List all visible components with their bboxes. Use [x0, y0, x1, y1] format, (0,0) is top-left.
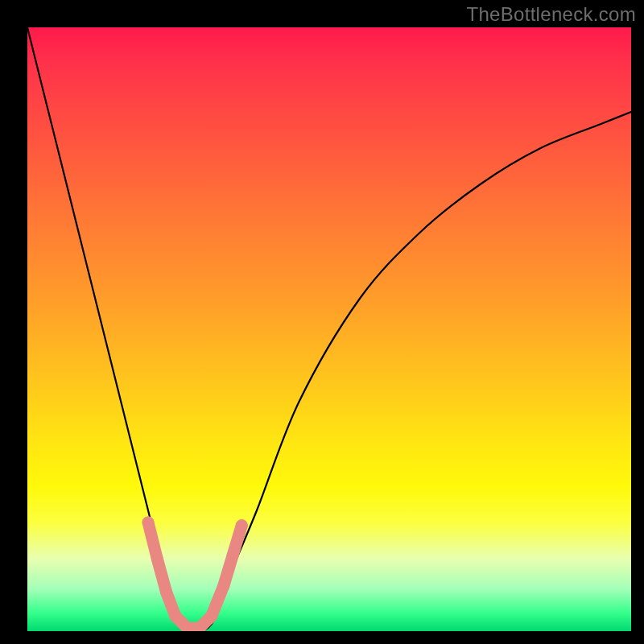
marker-dot	[142, 517, 155, 529]
chart-svg	[27, 27, 631, 631]
marker-group	[142, 517, 248, 629]
curve-line	[27, 27, 631, 631]
plot-area	[27, 27, 631, 631]
marker-dot	[236, 519, 248, 531]
watermark-text: TheBottleneck.com	[466, 3, 636, 26]
chart-container: TheBottleneck.com	[0, 0, 644, 644]
